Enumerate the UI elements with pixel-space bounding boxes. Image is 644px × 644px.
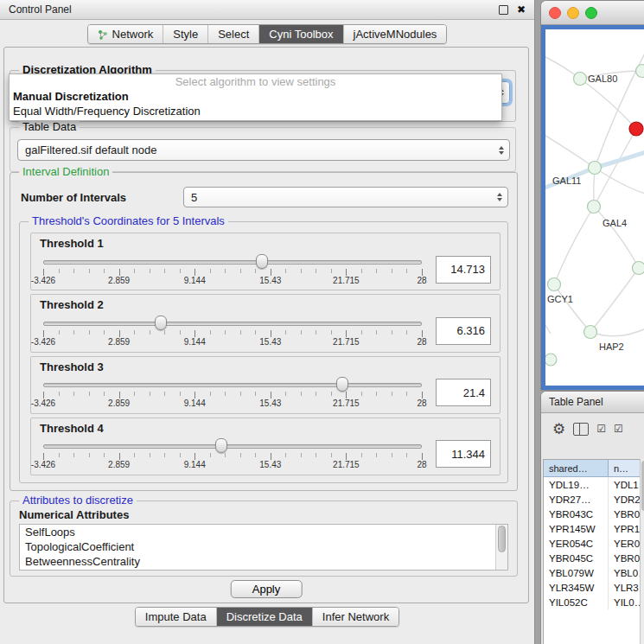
threshold-4-value[interactable]: 11.344 xyxy=(436,440,491,468)
table-cell[interactable]: YLR345W xyxy=(544,580,609,595)
select-all-checkbox-icon[interactable]: ☑ xyxy=(614,424,623,434)
node-gal80[interactable] xyxy=(574,73,587,86)
threshold-1-slider[interactable]: -3.426 2.859 9.144 15.43 21.715 28 xyxy=(43,253,422,286)
scrollbar-thumb[interactable] xyxy=(498,526,506,552)
network-node[interactable] xyxy=(636,65,644,78)
gear-icon[interactable]: ⚙ xyxy=(552,422,565,437)
table-cell[interactable]: YBL079W xyxy=(544,565,609,580)
tab-label: Impute Data xyxy=(145,610,207,623)
threshold-2-slider[interactable]: -3.426 2.859 9.144 15.43 21.715 28 xyxy=(43,315,422,348)
node-attribute-table[interactable]: shared… n… YDL19…YDL1… YDR27…YDR2… YBR04… xyxy=(543,459,641,644)
table-cell[interactable]: YLR3… xyxy=(609,580,640,595)
close-icon[interactable]: ✖ xyxy=(517,4,526,15)
attributes-list-scrollbar[interactable] xyxy=(495,525,507,570)
table-cell[interactable]: YPR145W xyxy=(544,521,609,536)
dropdown-option-manual-discretization[interactable]: Manual Discretization xyxy=(10,89,501,104)
table-cell[interactable]: YBR043C xyxy=(544,507,609,521)
cyni-toolbox-panel: Discretization Algorithm Select algorith… xyxy=(3,47,529,603)
threshold-4-slider[interactable]: -3.426 2.859 9.144 15.43 21.715 28 xyxy=(43,437,422,470)
column-header-name[interactable]: n… xyxy=(609,460,640,476)
threshold-3-value[interactable]: 21.4 xyxy=(436,379,491,406)
slider-ticks xyxy=(43,269,422,276)
table-row[interactable]: YDL19…YDL1… xyxy=(544,477,640,492)
table-cell[interactable]: YDL1… xyxy=(609,477,640,492)
table-scrollbar[interactable] xyxy=(640,459,644,644)
selected-red-node[interactable] xyxy=(629,122,643,136)
table-panel-title: Table Panel xyxy=(549,396,603,408)
select-all-checkbox-icon[interactable]: ☑ xyxy=(596,424,606,434)
table-cell[interactable]: YIL052C xyxy=(544,595,609,609)
threshold-3-slider[interactable]: -3.426 2.859 9.144 15.43 21.715 28 xyxy=(43,376,422,409)
table-cell[interactable]: YIL0… xyxy=(609,595,640,609)
zoom-button[interactable] xyxy=(585,7,597,19)
table-row[interactable]: YLR345WYLR3… xyxy=(544,580,640,595)
number-of-intervals-select[interactable]: 5 xyxy=(183,187,508,207)
table-row[interactable]: YPR145WYPR1… xyxy=(544,521,640,536)
close-button[interactable] xyxy=(549,7,561,19)
network-node[interactable] xyxy=(633,262,644,275)
table-cell[interactable]: YDR2… xyxy=(609,492,640,507)
node-hap2[interactable] xyxy=(584,326,597,339)
node-label: GAL4 xyxy=(603,218,627,228)
network-canvas[interactable]: GAL80 GAL11 GAL4 GCY1 HAP2 xyxy=(545,29,644,386)
float-window-icon[interactable] xyxy=(499,5,508,15)
table-cell[interactable]: YDR27… xyxy=(544,492,609,507)
tab-network[interactable]: Network xyxy=(88,25,163,43)
slider-thumb[interactable] xyxy=(215,438,227,453)
slider-track[interactable] xyxy=(43,260,422,265)
table-cell[interactable]: YDL19… xyxy=(544,477,609,492)
table-row[interactable]: YBR045CYBR0… xyxy=(544,551,640,565)
column-settings-icon[interactable] xyxy=(573,423,589,436)
network-node[interactable] xyxy=(545,354,557,366)
slider-tick-labels: -3.426 2.859 9.144 15.43 21.715 28 xyxy=(43,276,422,286)
table-cell[interactable]: YBL0… xyxy=(609,565,640,580)
table-cell[interactable]: YPR1… xyxy=(609,521,640,536)
threshold-4-group: Threshold 4 xyxy=(30,418,501,475)
table-cell[interactable]: YER054C xyxy=(544,536,609,551)
slider-thumb[interactable] xyxy=(336,377,348,392)
table-header-row: shared… n… xyxy=(544,460,640,477)
table-cell[interactable]: YBR0… xyxy=(609,507,640,521)
threshold-1-label: Threshold 1 xyxy=(40,237,491,250)
minimize-button[interactable] xyxy=(567,7,579,19)
threshold-1-value[interactable]: 14.713 xyxy=(436,256,491,284)
network-icon xyxy=(98,29,108,40)
node-gal4[interactable] xyxy=(588,201,601,214)
table-row[interactable]: YBL079WYBL0… xyxy=(544,565,640,580)
node-gal11[interactable] xyxy=(589,162,602,175)
table-panel-toolbar: ⚙ ☑ ☑ xyxy=(541,413,644,444)
node-gcy1[interactable] xyxy=(548,278,561,291)
tab-jactivemnodules[interactable]: jActiveMNodules xyxy=(343,25,447,43)
list-item[interactable]: SelfLoops xyxy=(20,525,507,539)
slider-thumb[interactable] xyxy=(155,316,167,330)
table-row[interactable]: YER054CYER0… xyxy=(544,536,640,551)
table-row[interactable]: YIL052CYIL0… xyxy=(544,595,640,609)
table-row[interactable]: YDR27…YDR2… xyxy=(544,492,640,507)
tab-select[interactable]: Select xyxy=(207,25,258,43)
list-item[interactable]: TopologicalCoefficient xyxy=(20,539,507,554)
slider-thumb[interactable] xyxy=(256,254,268,269)
slider-track[interactable] xyxy=(43,383,422,387)
table-cell[interactable]: YBR0… xyxy=(609,551,640,565)
apply-button[interactable]: Apply xyxy=(231,580,303,598)
table-row[interactable]: YBR043CYBR0… xyxy=(544,507,640,521)
numerical-attributes-list[interactable]: SelfLoops TopologicalCoefficient Between… xyxy=(19,524,508,571)
tab-style[interactable]: Style xyxy=(163,25,207,43)
tab-impute-data[interactable]: Impute Data xyxy=(136,608,216,626)
tab-discretize-data[interactable]: Discretize Data xyxy=(216,608,312,626)
tab-cyni-toolbox[interactable]: Cyni Toolbox xyxy=(258,25,342,43)
table-cell[interactable]: YBR045C xyxy=(544,551,609,565)
column-header-shared-name[interactable]: shared… xyxy=(544,460,609,476)
dropdown-option-equal-width[interactable]: Equal Width/Frequency Discretization xyxy=(10,104,501,118)
node-label: GAL80 xyxy=(588,73,617,84)
list-item[interactable]: BetweennessCentrality xyxy=(20,554,507,569)
table-data-select[interactable]: galFiltered.sif default node xyxy=(17,139,510,161)
tab-infer-network[interactable]: Infer Network xyxy=(312,608,399,626)
threshold-2-value[interactable]: 6.316 xyxy=(436,317,491,345)
tab-label: Network xyxy=(112,28,154,41)
slider-track[interactable] xyxy=(43,444,422,449)
table-cell[interactable]: YER0… xyxy=(609,536,640,551)
tab-label: jActiveMNodules xyxy=(354,28,437,41)
slider-track[interactable] xyxy=(43,322,422,326)
group-title: Interval Definition xyxy=(19,165,112,178)
